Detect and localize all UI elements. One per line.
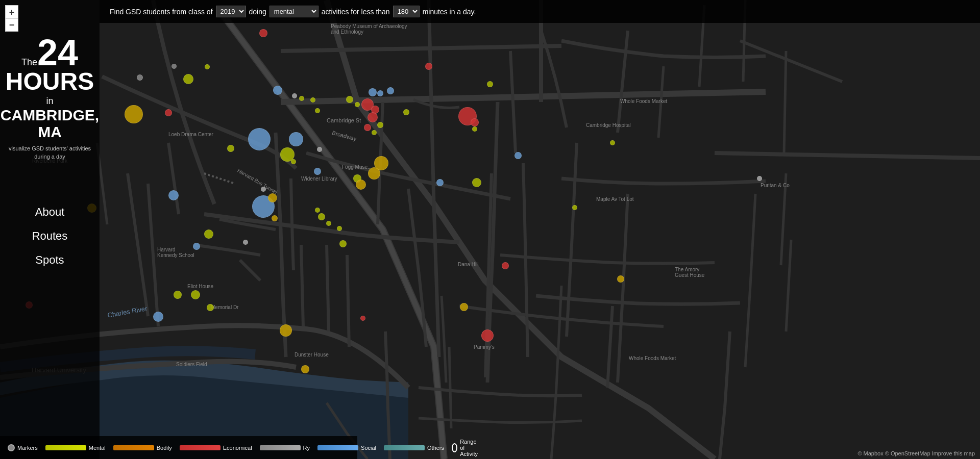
title-state-label: MA xyxy=(0,123,100,141)
zoom-out-button[interactable]: − xyxy=(5,18,18,32)
attribution-text: © Mapbox © OpenStreetMap Improve this ma… xyxy=(857,450,975,456)
filter-year-select[interactable]: 2019 2018 2017 xyxy=(216,6,246,17)
legend-economical-label: Economical xyxy=(223,445,252,451)
zoom-in-button[interactable]: + xyxy=(5,5,18,18)
legend-ry-label: Ry xyxy=(303,445,310,451)
sidebar: The24 HOURS in CAMBRIDGE, MA visualize G… xyxy=(0,0,100,459)
legend-mental: Mental xyxy=(45,445,106,451)
legend-range: Range of Activity xyxy=(452,439,481,457)
nav-about[interactable]: About xyxy=(0,201,100,223)
title-hours-label: HOURS xyxy=(0,69,100,94)
legend-range-circle xyxy=(452,443,457,452)
filter-activity-select[interactable]: mental bodily economical social xyxy=(270,6,318,17)
legend: Markers Mental Bodily Economical Ry Soci… xyxy=(0,436,357,459)
legend-social-bar xyxy=(317,445,358,450)
nav-routes[interactable]: Routes xyxy=(0,225,100,247)
legend-ry-bar xyxy=(260,445,301,450)
attribution: © Mapbox © OpenStreetMap Improve this ma… xyxy=(857,450,975,456)
legend-others-label: Others xyxy=(427,445,444,451)
map-background xyxy=(0,0,980,459)
nav-menu: About Routes Spots xyxy=(0,201,100,271)
filter-doing-label: doing xyxy=(249,8,266,16)
legend-bodily: Bodily xyxy=(113,445,172,451)
legend-economical-bar xyxy=(180,445,220,450)
filter-bar: Find GSD students from class of 2019 201… xyxy=(100,0,980,23)
legend-bodily-label: Bodily xyxy=(157,445,172,451)
zoom-controls: + − xyxy=(5,5,18,32)
filter-activities-label: activities for less than xyxy=(322,8,390,16)
nav-spots[interactable]: Spots xyxy=(0,249,100,271)
legend-social-label: Social xyxy=(361,445,376,451)
title-in-label: in xyxy=(0,96,100,107)
legend-economical: Economical xyxy=(180,445,252,451)
subtitle-text: visualize GSD students' activities durin… xyxy=(0,145,100,161)
legend-markers: Markers xyxy=(8,444,38,451)
title-city-label: CAMBRIDGE, xyxy=(0,107,100,123)
legend-bodily-bar xyxy=(113,445,154,450)
legend-ry: Ry xyxy=(260,445,310,451)
legend-others-bar xyxy=(384,445,425,450)
legend-mental-label: Mental xyxy=(89,445,106,451)
legend-others: Others xyxy=(384,445,444,451)
filter-minutes-select[interactable]: 180 120 60 240 xyxy=(393,6,420,17)
legend-mental-bar xyxy=(45,445,86,450)
map-container[interactable]: Broadway Cambridge St Loeb Drama Center … xyxy=(0,0,980,459)
title-block: The24 HOURS in CAMBRIDGE, MA visualize G… xyxy=(0,31,100,161)
legend-range-label: Range of Activity xyxy=(460,439,481,457)
legend-social: Social xyxy=(317,445,376,451)
filter-suffix: minutes in a day. xyxy=(423,8,476,16)
filter-prefix: Find GSD students from class of xyxy=(110,8,213,16)
legend-markers-label: Markers xyxy=(17,445,38,451)
legend-marker-circle xyxy=(8,444,15,451)
